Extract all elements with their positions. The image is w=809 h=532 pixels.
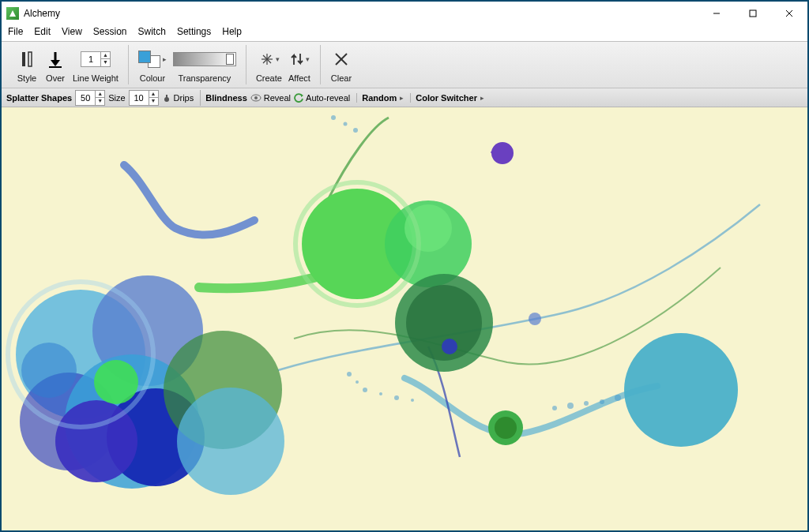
- window-title: Alchemy: [24, 8, 60, 19]
- slider-handle[interactable]: [226, 54, 234, 65]
- size-label: Size: [108, 93, 125, 103]
- svg-point-31: [584, 401, 589, 406]
- over-label: Over: [46, 73, 65, 84]
- svg-point-21: [356, 380, 359, 384]
- style-icon: [20, 48, 34, 70]
- over-tool[interactable]: Over: [41, 48, 70, 84]
- create-icon: ▾: [258, 48, 280, 70]
- colour-swatch-icon: [138, 51, 160, 68]
- svg-point-29: [552, 406, 557, 410]
- clear-tool[interactable]: Clear: [327, 48, 356, 84]
- transparency-tool[interactable]: Transparency: [170, 48, 239, 84]
- refresh-icon: [294, 93, 303, 103]
- line-weight-label: Line Weight: [73, 73, 119, 84]
- auto-reveal-label: Auto-reveal: [306, 93, 350, 103]
- svg-point-33: [615, 395, 621, 401]
- svg-point-27: [344, 122, 348, 126]
- affect-label: Affect: [288, 73, 310, 84]
- chevron-down-icon: ▾: [276, 55, 280, 63]
- auto-reveal-button[interactable]: Auto-reveal: [294, 93, 350, 103]
- spinner-up-icon[interactable]: ▲: [149, 91, 158, 98]
- drawing-canvas[interactable]: [2, 107, 807, 530]
- minimize-button[interactable]: [698, 2, 735, 25]
- svg-point-24: [394, 395, 399, 400]
- affect-icon: ▾: [288, 48, 310, 70]
- spinner-down-icon[interactable]: ▼: [149, 98, 158, 105]
- menu-session[interactable]: Session: [93, 26, 127, 37]
- menu-edit[interactable]: Edit: [34, 26, 51, 37]
- splatter-input[interactable]: [76, 93, 95, 103]
- svg-point-32: [600, 399, 604, 404]
- titlebar: Alchemy: [2, 2, 807, 25]
- svg-point-52: [495, 417, 517, 439]
- menu-switch[interactable]: Switch: [138, 26, 166, 37]
- menubar: File Edit View Session Switch Settings H…: [2, 25, 807, 41]
- svg-point-42: [94, 360, 138, 404]
- chevron-right-icon: ▸: [163, 55, 167, 63]
- svg-point-50: [442, 339, 457, 354]
- color-switcher-label: Color Switcher: [416, 93, 477, 103]
- transparency-label: Transparency: [178, 73, 231, 84]
- svg-rect-2: [750, 10, 756, 17]
- app-icon: [6, 7, 19, 20]
- svg-point-54: [624, 333, 738, 447]
- svg-rect-5: [22, 52, 25, 66]
- chevron-right-icon[interactable]: ▸: [400, 94, 404, 102]
- style-label: Style: [17, 73, 36, 84]
- spinner-up-icon[interactable]: ▲: [96, 91, 104, 98]
- maximize-button[interactable]: [735, 2, 771, 25]
- affect-tool[interactable]: ▾ Affect: [285, 48, 314, 84]
- chevron-down-icon: ▾: [306, 55, 310, 63]
- drips-toggle[interactable]: Drips: [162, 93, 194, 103]
- spinner-down-icon[interactable]: ▼: [96, 98, 104, 105]
- menu-settings[interactable]: Settings: [177, 26, 211, 37]
- line-weight-input[interactable]: [81, 54, 100, 64]
- canvas-artwork: [2, 107, 807, 530]
- clear-icon: [333, 48, 349, 70]
- spinner-down-icon[interactable]: ▼: [101, 59, 110, 66]
- create-tool[interactable]: ▾ Create: [253, 48, 285, 84]
- close-button[interactable]: [771, 2, 807, 25]
- spinner-up-icon[interactable]: ▲: [101, 52, 110, 59]
- svg-point-20: [347, 372, 352, 377]
- svg-marker-19: [301, 94, 303, 97]
- over-icon: [47, 48, 63, 70]
- menu-view[interactable]: View: [62, 26, 82, 37]
- svg-point-23: [379, 392, 382, 395]
- subtoolbar: Splatter Shapes ▲▼ Size ▲▼ Drips Blindne…: [2, 88, 807, 107]
- menu-help[interactable]: Help: [222, 26, 242, 37]
- drips-icon: [162, 93, 171, 103]
- colour-tool[interactable]: ▸ Colour: [135, 48, 170, 84]
- splatter-shapes-label: Splatter Shapes: [6, 93, 72, 103]
- svg-point-30: [567, 403, 574, 409]
- svg-rect-6: [28, 52, 32, 66]
- colour-label: Colour: [140, 73, 165, 84]
- svg-marker-0: [9, 10, 16, 17]
- transparency-slider[interactable]: [173, 52, 236, 66]
- blindness-label: Blindness: [205, 93, 247, 103]
- svg-point-18: [254, 96, 258, 99]
- svg-point-43: [21, 343, 77, 398]
- style-tool[interactable]: Style: [13, 48, 41, 84]
- reveal-button[interactable]: Reveal: [250, 93, 291, 103]
- svg-point-28: [353, 128, 358, 133]
- size-input[interactable]: [130, 93, 149, 103]
- svg-point-26: [331, 115, 336, 120]
- create-label: Create: [256, 73, 282, 84]
- svg-point-25: [411, 399, 414, 402]
- chevron-right-icon[interactable]: ▸: [480, 94, 484, 102]
- svg-point-22: [363, 388, 367, 392]
- drips-label: Drips: [174, 93, 194, 103]
- clear-label: Clear: [331, 73, 352, 84]
- line-weight-spinner[interactable]: ▲▼: [81, 51, 111, 67]
- svg-point-53: [529, 313, 541, 325]
- menu-file[interactable]: File: [8, 26, 23, 37]
- line-weight-tool[interactable]: ▲▼ Line Weight: [70, 48, 122, 84]
- splatter-spinner[interactable]: ▲▼: [75, 90, 105, 106]
- reveal-label: Reveal: [264, 93, 291, 103]
- svg-marker-8: [51, 60, 60, 66]
- size-spinner[interactable]: ▲▼: [129, 90, 159, 106]
- eye-icon: [250, 94, 262, 102]
- svg-point-41: [177, 388, 284, 495]
- random-label: Random: [362, 93, 397, 103]
